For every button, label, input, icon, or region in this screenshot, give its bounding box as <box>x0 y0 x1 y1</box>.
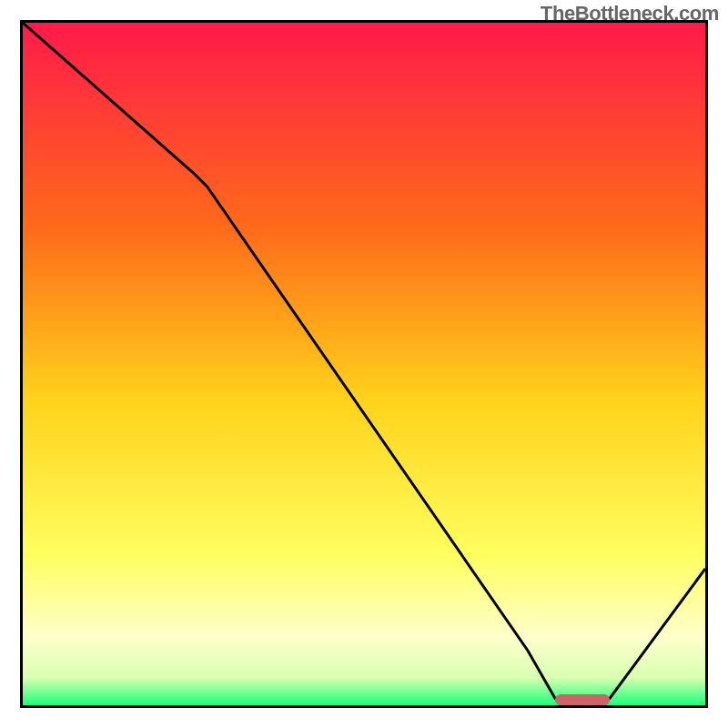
svg-rect-1 <box>555 694 610 705</box>
watermark-text: TheBottleneck.com <box>541 2 719 25</box>
optimal-marker <box>23 23 705 705</box>
chart-container: TheBottleneck.com <box>0 0 728 728</box>
plot-area <box>20 20 708 708</box>
